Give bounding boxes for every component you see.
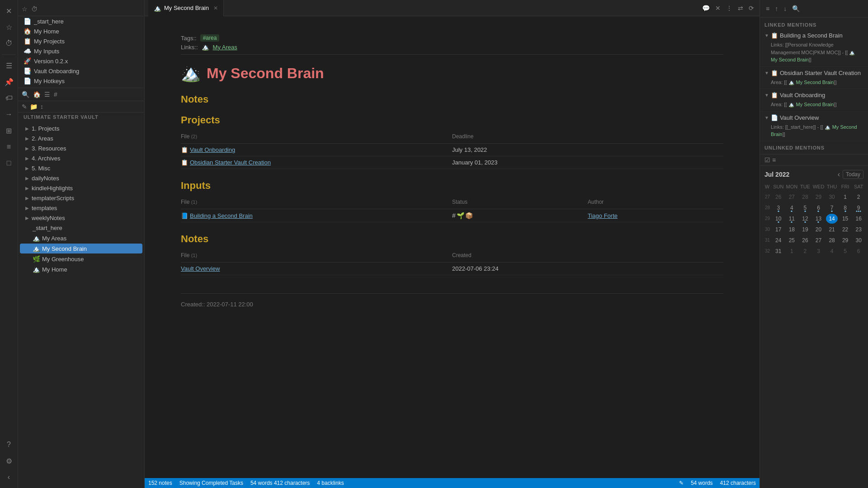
cal-prev-icon[interactable]: ‹ bbox=[835, 169, 843, 179]
tab-close-icon[interactable]: ✕ bbox=[213, 5, 218, 11]
cal-day[interactable]: 15 bbox=[840, 214, 851, 224]
cal-day[interactable]: 12 bbox=[799, 214, 811, 224]
cal-day[interactable]: 27 bbox=[812, 235, 824, 245]
mention-link[interactable]: 🏔️ My Second Brain bbox=[771, 50, 855, 63]
sort-icon[interactable]: ↕ bbox=[40, 103, 43, 110]
cal-day[interactable]: 27 bbox=[786, 192, 797, 202]
cal-day[interactable]: 28 bbox=[799, 192, 811, 202]
cal-day[interactable]: 6 bbox=[853, 246, 864, 256]
tree-item-projects[interactable]: ▶ 1. Projects bbox=[20, 124, 142, 133]
cal-day[interactable]: 25 bbox=[786, 235, 797, 245]
pinned-hotkeys[interactable]: 📄 My Hotkeys bbox=[18, 76, 144, 86]
pinned-start-here[interactable]: 📄 _start_here bbox=[18, 16, 144, 26]
tree-item-my-home-file[interactable]: 🏔️ My Home bbox=[20, 264, 142, 274]
tree-item-my-second-brain[interactable]: 🏔️ My Second Brain bbox=[20, 244, 142, 253]
settings-icon[interactable]: ⚙ bbox=[2, 454, 16, 468]
rp-sort-desc-icon[interactable]: ↓ bbox=[782, 4, 788, 14]
pinned-vault-onboarding[interactable]: 📑 Vault Onboarding bbox=[18, 66, 144, 76]
mention-link[interactable]: 🏔️ My Second Brain bbox=[771, 124, 857, 137]
bookmark-icon[interactable]: ☆ bbox=[2, 20, 16, 34]
tree-item-templates[interactable]: ▶ templates bbox=[20, 203, 142, 213]
box-icon[interactable]: □ bbox=[2, 156, 16, 170]
cal-day[interactable]: 13 bbox=[812, 214, 824, 224]
cal-day[interactable]: 19 bbox=[799, 225, 811, 235]
pinned-my-home[interactable]: 🏠 My Home bbox=[18, 26, 144, 36]
cal-day[interactable]: 4 bbox=[826, 246, 838, 256]
menu-icon[interactable]: ☰ bbox=[2, 58, 16, 73]
new-folder-icon[interactable]: 📁 bbox=[30, 103, 38, 110]
mention-link[interactable]: 🏔️ My Second Brain bbox=[788, 80, 834, 85]
cal-day[interactable]: 21 bbox=[826, 225, 838, 235]
close-pane-icon[interactable]: ✕ bbox=[2, 4, 16, 18]
tag-icon[interactable]: 🏷 bbox=[2, 91, 16, 105]
tree-item-my-greenhouse[interactable]: 🌿 My Greenhouse bbox=[20, 254, 142, 264]
cal-day[interactable]: 8 bbox=[840, 203, 851, 213]
cal-day[interactable]: 3 bbox=[812, 246, 824, 256]
tree-item-kindlehighlights[interactable]: ▶ kindleHighlights bbox=[20, 183, 142, 193]
cal-day[interactable]: 10 bbox=[773, 214, 784, 224]
pinned-my-projects[interactable]: 📋 My Projects bbox=[18, 36, 144, 46]
mention-title[interactable]: ▼ 📄 Vault Overview bbox=[764, 114, 863, 121]
rp-sort-asc-icon[interactable]: ↑ bbox=[774, 4, 779, 14]
rp-list-icon[interactable]: ≡ bbox=[764, 4, 771, 14]
more-icon[interactable]: ⋮ bbox=[724, 3, 734, 14]
tree-item-start-here-file[interactable]: _start_here bbox=[20, 223, 142, 233]
tree-item-misc[interactable]: ▶ 5. Misc bbox=[20, 164, 142, 173]
cal-day[interactable]: 29 bbox=[812, 192, 824, 202]
cal-day[interactable]: 18 bbox=[786, 225, 797, 235]
cal-day[interactable]: 28 bbox=[826, 235, 838, 245]
cal-day[interactable]: 20 bbox=[812, 225, 824, 235]
pinned-my-inputs[interactable]: ☁️ My Inputs bbox=[18, 46, 144, 56]
pinned-version[interactable]: 🚀 Version 0.2.x bbox=[18, 56, 144, 66]
collapse-left-icon[interactable]: ‹ bbox=[2, 470, 16, 484]
search-icon[interactable]: 🔍 bbox=[22, 91, 29, 98]
tree-item-templaterscripts[interactable]: ▶ templaterScripts bbox=[20, 193, 142, 203]
mention-link[interactable]: 🏔️ My Second Brain bbox=[788, 102, 834, 107]
cal-day[interactable]: 6 bbox=[812, 203, 824, 213]
mention-title[interactable]: ▼ 📋 Building a Second Brain bbox=[764, 32, 863, 39]
tree-item-dailynotes[interactable]: ▶ dailyNotes bbox=[20, 174, 142, 183]
list-nav-icon[interactable]: ☰ bbox=[44, 91, 50, 98]
tab-my-second-brain[interactable]: 🏔️ My Second Brain ✕ bbox=[148, 0, 224, 16]
tree-item-weeklynotes[interactable]: ▶ weeklyNotes bbox=[20, 213, 142, 223]
note-link-1[interactable]: Vault Overview bbox=[181, 265, 220, 272]
cal-day[interactable]: 3 bbox=[773, 203, 784, 213]
cal-check-icon[interactable]: ☑ bbox=[764, 156, 770, 164]
tree-item-resources[interactable]: ▶ 3. Resources bbox=[20, 144, 142, 153]
cal-day[interactable]: 30 bbox=[853, 235, 864, 245]
grid-icon[interactable]: ⊞ bbox=[2, 123, 16, 138]
cal-day[interactable]: 29 bbox=[840, 235, 851, 245]
tree-item-areas[interactable]: ▶ 2. Areas bbox=[20, 134, 142, 143]
input-link-1[interactable]: Building a Second Brain bbox=[190, 212, 253, 219]
mention-title[interactable]: ▼ 📋 Obsidian Starter Vault Creation bbox=[764, 70, 863, 76]
cal-day[interactable]: 23 bbox=[853, 225, 864, 235]
tag-nav-icon[interactable]: # bbox=[54, 91, 57, 98]
clock-icon[interactable]: ⏱ bbox=[2, 36, 16, 51]
cal-day[interactable]: 24 bbox=[773, 235, 784, 245]
home-nav-icon[interactable]: 🏠 bbox=[33, 91, 41, 98]
comment-icon[interactable]: 💬 bbox=[700, 3, 712, 14]
cal-list-icon[interactable]: ≡ bbox=[772, 156, 776, 164]
recent-toolbar-icon[interactable]: ⏱ bbox=[31, 5, 38, 13]
arrow-right-icon[interactable]: → bbox=[2, 107, 16, 122]
new-file-icon[interactable]: ✎ bbox=[22, 103, 27, 110]
cal-day[interactable]: 5 bbox=[840, 246, 851, 256]
list-icon[interactable]: ≡ bbox=[2, 140, 16, 154]
tree-item-my-areas[interactable]: 🏔️ My Areas bbox=[20, 233, 142, 243]
cal-today-button[interactable]: Today bbox=[843, 170, 863, 179]
cal-day[interactable]: 16 bbox=[853, 214, 864, 224]
help-icon[interactable]: ? bbox=[2, 437, 16, 452]
cal-day[interactable]: 31 bbox=[773, 246, 784, 256]
pin-icon[interactable]: 📌 bbox=[2, 75, 16, 89]
split-icon[interactable]: ⇄ bbox=[736, 3, 745, 14]
project-link-1[interactable]: Vault Onboarding bbox=[190, 146, 235, 153]
author-link-1[interactable]: Tiago Forte bbox=[588, 212, 618, 219]
cal-day[interactable]: 2 bbox=[853, 192, 864, 202]
tags-value[interactable]: #area bbox=[200, 34, 220, 42]
cal-day[interactable]: 4 bbox=[786, 203, 797, 213]
star-toolbar-icon[interactable]: ☆ bbox=[22, 5, 28, 13]
cal-day[interactable]: 5 bbox=[799, 203, 811, 213]
cal-day[interactable]: 17 bbox=[773, 225, 784, 235]
rp-search-icon[interactable]: 🔍 bbox=[791, 4, 801, 14]
cal-day[interactable]: 22 bbox=[840, 225, 851, 235]
